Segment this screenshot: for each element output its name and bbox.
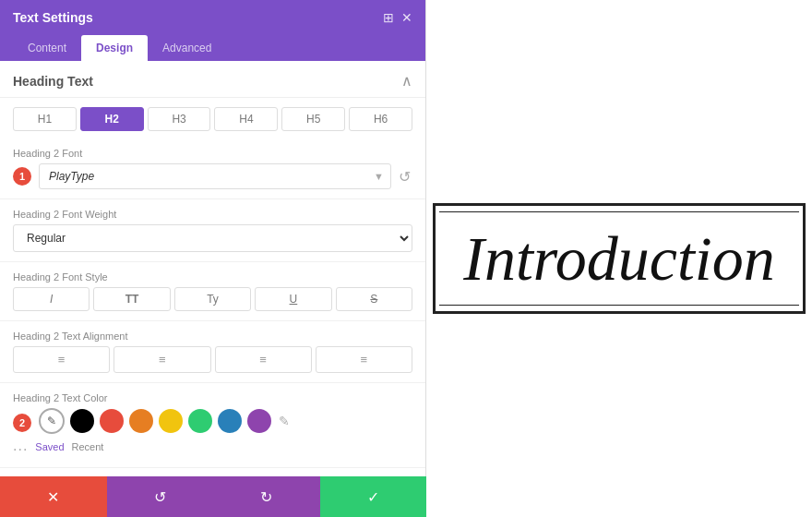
settings-icon[interactable]: ⊞ <box>383 10 394 25</box>
more-colors-dots[interactable]: ··· <box>13 441 28 458</box>
italic-button[interactable]: I <box>13 287 90 311</box>
align-left-button[interactable]: ≡ <box>13 346 110 373</box>
tab-design[interactable]: Design <box>81 35 148 61</box>
heading-section-title: Heading Text <box>13 74 93 89</box>
color-edit-icon[interactable]: ✎ <box>279 414 290 428</box>
badge-2: 2 <box>13 414 31 432</box>
font-weight-label: Heading 2 Font Weight <box>13 209 412 220</box>
text-color-label: Heading 2 Text Color <box>13 392 412 403</box>
color-row-wrap: 2 ✎ ✎ <box>13 408 412 438</box>
heading-tab-h4[interactable]: H4 <box>214 107 278 131</box>
eyedropper-icon: ✎ <box>47 415 56 427</box>
color-swatch-purple[interactable] <box>247 409 271 433</box>
preview-panel: Introduction <box>426 0 812 517</box>
color-picker-button[interactable]: ✎ <box>39 408 65 434</box>
heading-tab-h1[interactable]: H1 <box>13 107 77 131</box>
panel-header: Text Settings ⊞ ✕ <box>0 0 425 35</box>
badge-1: 1 <box>13 167 31 186</box>
align-center-button[interactable]: ≡ <box>113 346 210 373</box>
style-buttons: I TT Ty U S <box>13 287 412 311</box>
color-swatch-blue[interactable] <box>218 409 242 433</box>
color-swatch-yellow[interactable] <box>159 409 183 433</box>
font-input[interactable] <box>39 163 391 189</box>
font-input-row: 1 ▼ ↺ <box>13 163 412 189</box>
heading-tabs: H1 H2 H3 H4 H5 H6 <box>13 107 412 131</box>
heading-section: Heading Text ∧ <box>0 61 425 98</box>
preview-border: Introduction <box>433 203 805 315</box>
font-label: Heading 2 Font <box>13 148 412 159</box>
font-weight-group: Heading 2 Font Weight Thin Light Regular… <box>0 201 425 259</box>
close-icon[interactable]: ✕ <box>401 10 412 25</box>
text-alignment-label: Heading 2 Text Alignment <box>13 331 412 342</box>
panel-tabs: Content Design Advanced <box>0 35 425 61</box>
saved-label[interactable]: Saved <box>35 441 64 458</box>
align-right-button[interactable]: ≡ <box>215 346 312 373</box>
color-swatch-orange[interactable] <box>129 409 153 433</box>
titlecase-button[interactable]: Ty <box>174 287 251 311</box>
text-alignment-group: Heading 2 Text Alignment ≡ ≡ ≡ ≡ <box>0 323 425 380</box>
underline-button[interactable]: U <box>255 287 331 311</box>
collapse-icon[interactable]: ∧ <box>401 72 412 90</box>
font-field-group: Heading 2 Font 1 ▼ ↺ <box>0 140 425 197</box>
text-color-group: Heading 2 Text Color 2 ✎ ✎ <box>0 385 425 465</box>
font-reset-button[interactable]: ↺ <box>397 168 412 186</box>
tab-content[interactable]: Content <box>13 35 81 61</box>
allcaps-button[interactable]: TT <box>93 287 170 311</box>
tab-advanced[interactable]: Advanced <box>148 35 226 61</box>
panel-title: Text Settings <box>13 10 93 25</box>
color-swatch-red[interactable] <box>100 409 124 433</box>
heading-tab-h5[interactable]: H5 <box>281 107 345 131</box>
preview-text: Introduction <box>463 224 774 294</box>
font-weight-select[interactable]: Thin Light Regular Bold Extra Bold <box>13 224 412 252</box>
heading-tab-h2[interactable]: H2 <box>80 107 144 131</box>
confirm-button[interactable]: ✓ <box>320 476 427 517</box>
color-swatch-green[interactable] <box>188 409 212 433</box>
color-saved-row: ··· Saved Recent <box>13 441 412 458</box>
color-swatch-black[interactable] <box>70 409 94 433</box>
undo-button[interactable]: ↺ <box>107 476 214 517</box>
panel-header-icons: ⊞ ✕ <box>383 10 412 25</box>
align-buttons: ≡ ≡ ≡ ≡ <box>13 346 412 373</box>
heading-tab-h3[interactable]: H3 <box>148 107 211 131</box>
recent-label[interactable]: Recent <box>72 441 104 458</box>
font-style-label: Heading 2 Font Style <box>13 271 412 283</box>
redo-button[interactable]: ↻ <box>213 476 320 517</box>
color-row: ✎ ✎ <box>39 408 290 434</box>
font-select-wrap: ▼ <box>39 163 391 189</box>
align-justify-button[interactable]: ≡ <box>316 346 412 373</box>
strikethrough-button[interactable]: S <box>336 287 412 311</box>
cancel-button[interactable]: ✕ <box>0 476 107 517</box>
heading-tab-h6[interactable]: H6 <box>349 107 412 131</box>
bottom-bar: ✕ ↺ ↻ ✓ <box>0 476 426 517</box>
panel-body: Heading Text ∧ H1 H2 H3 H4 H5 H6 Heading… <box>0 61 425 517</box>
font-style-group: Heading 2 Font Style I TT Ty U S <box>0 264 425 319</box>
